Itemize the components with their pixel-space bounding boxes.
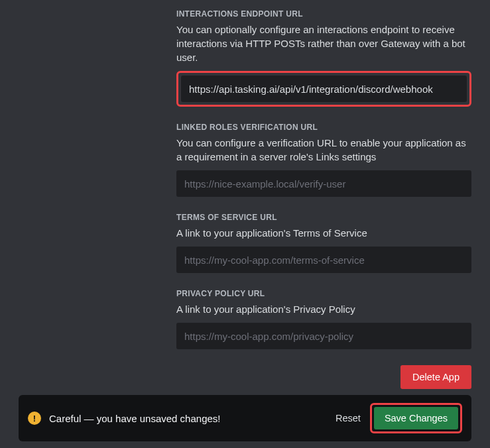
delete-app-button[interactable]: Delete App: [400, 365, 471, 389]
privacy-input-wrap: [176, 323, 471, 349]
privacy-desc: A link to your application's Privacy Pol…: [176, 302, 471, 316]
save-changes-button[interactable]: Save Changes: [374, 407, 458, 429]
linked-roles-label: LINKED ROLES VERIFICATION URL: [176, 123, 471, 132]
warning-icon: !: [28, 412, 41, 425]
tos-input-wrap: [176, 247, 471, 273]
privacy-section: PRIVACY POLICY URL A link to your applic…: [176, 289, 471, 349]
interactions-endpoint-label: INTERACTIONS ENDPOINT URL: [176, 9, 471, 19]
reset-button[interactable]: Reset: [336, 413, 361, 423]
linked-roles-input[interactable]: [176, 170, 471, 197]
warning-icon-mark: !: [33, 414, 36, 423]
linked-roles-section: LINKED ROLES VERIFICATION URL You can co…: [176, 123, 471, 197]
settings-panel: INTERACTIONS ENDPOINT URL You can option…: [0, 0, 490, 349]
tos-section: TERMS OF SERVICE URL A link to your appl…: [176, 213, 471, 273]
tos-input[interactable]: [176, 247, 471, 273]
tos-desc: A link to your application's Terms of Se…: [176, 226, 471, 240]
interactions-endpoint-input[interactable]: [181, 76, 467, 102]
privacy-input[interactable]: [176, 323, 471, 349]
interactions-endpoint-section: INTERACTIONS ENDPOINT URL You can option…: [176, 9, 471, 107]
save-button-highlight: Save Changes: [370, 403, 462, 433]
interactions-endpoint-highlight: [176, 71, 471, 107]
interactions-endpoint-desc: You can optionally configure an interact…: [176, 23, 471, 64]
privacy-label: PRIVACY POLICY URL: [176, 289, 471, 298]
toast-message: Careful — you have unsaved changes!: [49, 413, 336, 424]
tos-label: TERMS OF SERVICE URL: [176, 213, 471, 222]
actions-row: Delete App: [0, 365, 490, 389]
linked-roles-desc: You can configure a verification URL to …: [176, 136, 471, 164]
unsaved-changes-toast: ! Careful — you have unsaved changes! Re…: [19, 395, 471, 441]
linked-roles-input-wrap: [176, 170, 471, 197]
